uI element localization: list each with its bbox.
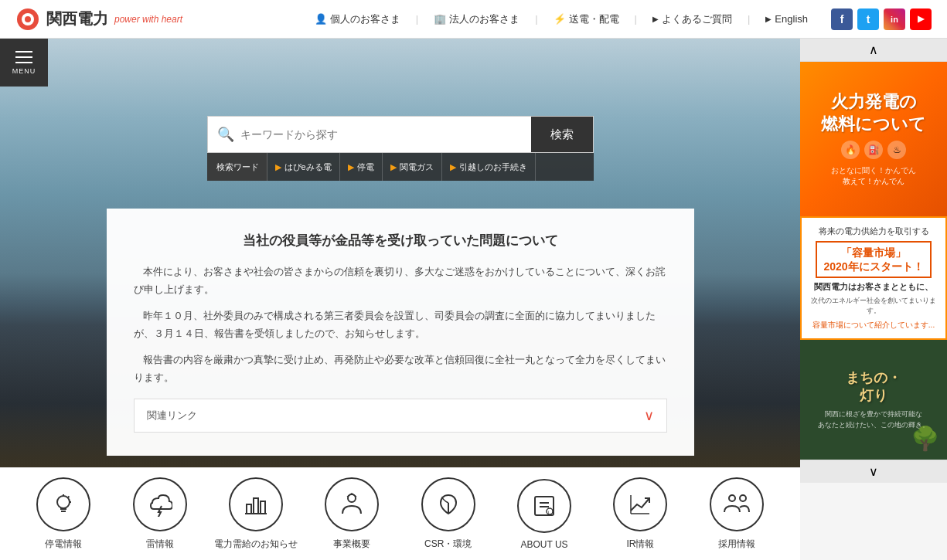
svg-point-23 [740,495,746,501]
right-sidebar: ∧ 火力発電の燃料について 🔥 ⛽ ♨ おとなに聞く！かんでん 教えて！かんでん… [800,39,947,560]
svg-rect-9 [247,504,251,514]
banner-thermal-caption: 教えて！かんでん [843,176,904,187]
sidebar-banner-town[interactable]: まちの・灯り 関西に根ざを豊かで持続可能なあなたと続けたい、この地の輝き。 🌳 [800,340,947,460]
related-link-bar[interactable]: 関連リンク ∨ [134,399,667,433]
overview-icon-circle [325,477,379,531]
bottom-nav-lightning[interactable]: 雷情報 [111,471,207,557]
search-tag-label: 検索ワード [207,153,267,181]
search-tag-3[interactable]: ▶ 関電ガス [383,153,442,181]
nav-transmission-label: 送電・配電 [569,12,619,26]
tag-arrow-1: ▶ [275,162,281,172]
coal-icon: ♨ [887,141,906,159]
nav-divider-3: | [635,13,637,25]
nav-corporate-label: 法人のお客さま [449,12,519,26]
bottom-nav-overview[interactable]: 事業概要 [304,471,400,557]
bottom-nav-demand[interactable]: 電力需給のお知らせ [208,471,304,557]
nav-divider-4: | [748,13,750,25]
sidebar-banner-capacity[interactable]: 将来の電力供給力を取引する 「容量市場」 2020年にスタート！ 関西電力はお客… [800,216,947,340]
svg-point-22 [729,495,735,501]
search-tag-1[interactable]: ▶ はぴeみる電 [267,153,340,181]
header-nav: 👤 個人のお客さま | 🏢 法人のお客さま | ⚡ 送電・配電 | ▶ よくある… [315,8,932,30]
trend-icon [628,492,652,517]
banner-capacity-intro: 将来の電力供給力を取引する [819,226,929,237]
arrow-icon-faq: ▶ [652,15,659,23]
csr-label: CSR・環境 [424,538,472,551]
notice-text-1: 本件により、お客さまや社会の皆さまからの信頼を裏切り、多大なご迷惑をおかけしてい… [134,263,667,298]
aboutus-label: ABOUT US [521,539,568,550]
logo-icon [15,7,40,32]
logo-company-name: 関西電力 [46,8,108,29]
bottom-nav-csr[interactable]: CSR・環境 [400,471,496,557]
notice-text-3: 報告書の内容を厳粛かつ真摯に受け止め、再発防止や必要な改革と信頼回復に全社一丸と… [134,351,667,386]
nav-personal-label: 個人のお客さま [330,12,400,26]
youtube-icon[interactable]: ▶ [910,8,932,30]
worker-icon [339,492,364,517]
bottom-nav-recruitment[interactable]: 採用情報 [689,471,785,557]
notice-box: 当社の役員等が金品等を受け取っていた問題について 本件により、お客さまや社会の皆… [107,209,694,456]
nav-faq[interactable]: ▶ よくあるご質問 [652,12,732,26]
tag-arrow-3: ▶ [390,162,397,172]
csr-icon-circle [421,477,475,531]
menu-line-2 [15,56,32,58]
search-box: 🔍 検索 [207,116,594,153]
ir-icon-circle [613,477,667,531]
search-tag-2[interactable]: ▶ 停電 [340,153,383,181]
aboutus-icon-circle: i [517,479,571,533]
lightning-icon-circle [133,477,187,531]
nav-corporate[interactable]: 🏢 法人のお客さま [434,12,519,26]
nav-personal[interactable]: 👤 個人のお客さま [315,12,400,26]
arrow-up-icon: ∧ [869,42,878,57]
overview-label: 事業概要 [333,538,370,551]
tag-arrow-4: ▶ [450,162,456,172]
book-icon: i [532,494,557,518]
banner-capacity-sub: 関西電力はお客さまとともに、 [814,281,933,293]
sidebar-scroll-up[interactable]: ∧ [800,39,947,62]
related-link-text: 関連リンク [147,409,197,423]
lightbulb-icon [51,492,76,517]
banner-thermal-icons: 🔥 ⛽ ♨ [841,141,906,159]
menu-label: MENU [12,67,36,75]
bottom-nav-aboutus[interactable]: i ABOUT US [496,473,592,556]
banner-capacity-caption: 容量市場について紹介しています... [812,320,935,331]
logo-tagline: power with heart [114,14,182,25]
logo[interactable]: 関西電力 power with heart [15,7,182,32]
svg-rect-11 [261,501,265,514]
sidebar-scroll-down[interactable]: ∨ [800,460,947,483]
arrow-down-icon: ∨ [869,464,878,479]
nav-divider-2: | [535,13,537,25]
svg-text:i: i [548,510,549,514]
search-tags-bar: 検索ワード ▶ はぴeみる電 ▶ 停電 ▶ 関電ガス ▶ 引越しのお手続き [207,153,594,181]
power-icon: ⚡ [554,13,566,25]
banner-capacity-highlight: 「容量市場」 2020年にスタート！ [816,241,931,278]
search-tag-4[interactable]: ▶ 引越しのお手続き [442,153,536,181]
search-icon: 🔍 [217,126,234,143]
fire-icon: 🔥 [841,141,860,159]
search-input[interactable] [240,128,522,141]
bottom-nav-ir[interactable]: IR情報 [592,471,688,557]
tag-arrow-2: ▶ [348,162,354,172]
arrow-icon-english: ▶ [765,15,772,23]
nav-english[interactable]: ▶ English [765,13,808,25]
sidebar-banner-thermal[interactable]: 火力発電の燃料について 🔥 ⛽ ♨ おとなに聞く！かんでん 教えて！かんでん [800,62,947,216]
instagram-icon[interactable]: in [884,8,905,30]
recruitment-icon-circle [710,477,764,531]
nav-transmission[interactable]: ⚡ 送電・配電 [554,12,619,26]
header: 関西電力 power with heart 👤 個人のお客さま | 🏢 法人のお… [0,0,947,39]
bottom-nav-outage[interactable]: 停電情報 [15,471,111,557]
banner-thermal-title: 火力発電の燃料について [821,91,926,135]
banner-capacity-body: 次代のエネルギー社会を創いてまいります。 [809,296,938,317]
banner-town-title: まちの・灯り [846,369,901,406]
menu-button[interactable]: MENU [0,39,48,87]
nav-english-label: English [775,13,808,25]
demand-icon-circle [229,477,283,531]
gas-icon: ⛽ [864,141,883,159]
svg-point-2 [25,16,31,22]
twitter-icon[interactable]: t [857,8,879,30]
svg-rect-10 [254,498,258,514]
facebook-icon[interactable]: f [831,8,853,30]
bottom-navigation: 停電情報 雷情報 電力需給のお知らせ [0,467,800,560]
demand-label: 電力需給のお知らせ [214,538,298,551]
nav-divider-1: | [416,13,418,25]
search-button[interactable]: 検索 [531,117,593,152]
ir-label: IR情報 [626,538,654,551]
